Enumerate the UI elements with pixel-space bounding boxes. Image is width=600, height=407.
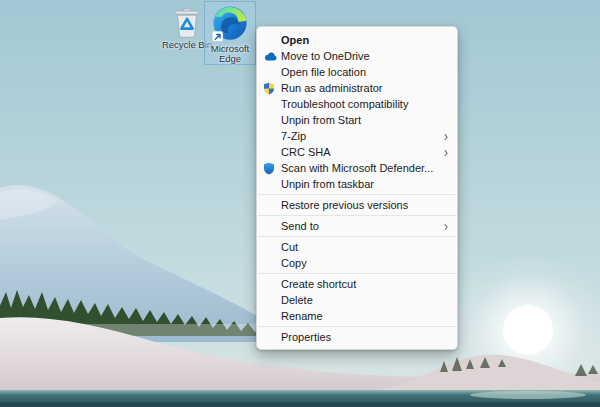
onedrive-cloud-icon — [263, 49, 281, 63]
menu-item-run-as-administrator[interactable]: Run as administrator — [257, 80, 457, 96]
edge-logo-icon — [210, 5, 250, 43]
menu-separator — [258, 194, 456, 195]
menu-item-create-shortcut[interactable]: Create shortcut — [257, 276, 457, 292]
submenu-arrow-icon: › — [444, 146, 448, 158]
menu-item-crc-sha[interactable]: CRC SHA › — [257, 144, 457, 160]
menu-separator — [258, 326, 456, 327]
desktop[interactable]: Recycle Bin Microsoft Edge — [0, 0, 600, 407]
recycle-bin-icon — [169, 7, 205, 39]
menu-item-open-file-location[interactable]: Open file location — [257, 64, 457, 80]
menu-item-7zip[interactable]: 7-Zip › — [257, 128, 457, 144]
menu-item-move-to-onedrive[interactable]: Move to OneDrive — [257, 48, 457, 64]
menu-item-copy[interactable]: Copy — [257, 255, 457, 271]
defender-shield-icon — [263, 161, 281, 175]
icon-label: Microsoft Edge — [204, 44, 256, 64]
menu-separator — [258, 236, 456, 237]
menu-item-open[interactable]: Open — [257, 32, 457, 48]
sun-reflection — [470, 391, 586, 399]
uac-shield-icon — [263, 81, 281, 95]
menu-item-properties[interactable]: Properties — [257, 329, 457, 345]
menu-separator — [258, 273, 456, 274]
menu-separator — [258, 215, 456, 216]
menu-item-restore-previous-versions[interactable]: Restore previous versions — [257, 197, 457, 213]
menu-item-scan-with-defender[interactable]: Scan with Microsoft Defender... — [257, 160, 457, 176]
menu-item-unpin-from-start[interactable]: Unpin from Start — [257, 112, 457, 128]
menu-item-delete[interactable]: Delete — [257, 292, 457, 308]
context-menu: Open Move to OneDrive Open file location — [256, 26, 458, 350]
submenu-arrow-icon: › — [444, 130, 448, 142]
menu-item-send-to[interactable]: Send to › — [257, 218, 457, 234]
shortcut-arrow-icon — [212, 31, 222, 41]
menu-item-cut[interactable]: Cut — [257, 239, 457, 255]
menu-item-rename[interactable]: Rename — [257, 308, 457, 324]
submenu-arrow-icon: › — [444, 220, 448, 232]
desktop-icon-microsoft-edge[interactable]: Microsoft Edge — [204, 1, 256, 65]
menu-item-troubleshoot-compatibility[interactable]: Troubleshoot compatibility — [257, 96, 457, 112]
sun — [503, 305, 553, 355]
menu-item-unpin-from-taskbar[interactable]: Unpin from taskbar — [257, 176, 457, 192]
